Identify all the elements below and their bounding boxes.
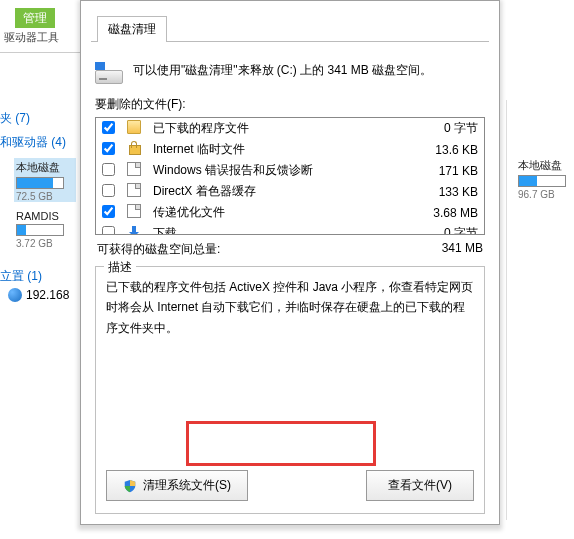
file-size: 133 KB	[402, 181, 484, 202]
drive-label: 本地磁盘	[16, 160, 74, 175]
file-checkbox[interactable]	[102, 163, 115, 176]
file-list-row[interactable]: 已下载的程序文件0 字节	[96, 118, 484, 139]
tab-disk-cleanup[interactable]: 磁盘清理	[97, 16, 167, 42]
network-location-item[interactable]: 192.168	[8, 288, 69, 302]
page-icon	[127, 162, 141, 176]
drive-item-ramdisk[interactable]: RAMDIS 3.72 GB	[16, 210, 76, 249]
drive-usage-bar	[16, 177, 64, 189]
file-size: 3.68 MB	[402, 202, 484, 223]
drive-usage-bar	[16, 224, 64, 236]
file-checkbox[interactable]	[102, 226, 115, 236]
file-name: Internet 临时文件	[147, 139, 402, 160]
ribbon-tab-manage[interactable]: 管理	[15, 8, 55, 28]
globe-icon	[8, 288, 22, 302]
file-name: DirectX 着色器缓存	[147, 181, 402, 202]
files-to-delete-label: 要删除的文件(F):	[95, 96, 485, 113]
drive-size: 96.7 GB	[518, 189, 572, 200]
dialog-body: 可以使用"磁盘清理"来释放 (C:) 上的 341 MB 磁盘空间。 要删除的文…	[81, 48, 499, 524]
page-icon	[127, 183, 141, 197]
ribbon-separator	[0, 52, 80, 53]
group-header-locations[interactable]: 立置 (1)	[0, 268, 42, 285]
description-text: 已下载的程序文件包括 ActiveX 控件和 Java 小程序，你查看特定网页时…	[106, 275, 474, 340]
button-row: 清理系统文件(S) 查看文件(V)	[106, 458, 474, 501]
total-value: 341 MB	[442, 241, 483, 258]
drive-item-local[interactable]: 本地磁盘 72.5 GB	[14, 158, 76, 202]
file-size: 13.6 KB	[402, 139, 484, 160]
drive-usage-bar	[518, 175, 566, 187]
shield-icon	[123, 479, 137, 493]
file-list-row[interactable]: 下载0 字节	[96, 223, 484, 235]
clean-system-files-button[interactable]: 清理系统文件(S)	[106, 470, 248, 501]
file-name: 已下载的程序文件	[147, 118, 402, 139]
info-text: 可以使用"磁盘清理"来释放 (C:) 上的 341 MB 磁盘空间。	[133, 62, 432, 79]
file-name: 传递优化文件	[147, 202, 402, 223]
description-fieldset: 描述 已下载的程序文件包括 ActiveX 控件和 Java 小程序，你查看特定…	[95, 266, 485, 514]
file-name: Windows 错误报告和反馈诊断	[147, 160, 402, 181]
description-legend: 描述	[104, 259, 136, 276]
drive-label: RAMDIS	[16, 210, 76, 222]
file-list-row[interactable]: DirectX 着色器缓存133 KB	[96, 181, 484, 202]
group-header-folders[interactable]: 夹 (7)	[0, 110, 30, 127]
network-label: 192.168	[26, 288, 69, 302]
total-row: 可获得的磁盘空间总量: 341 MB	[95, 235, 485, 262]
ribbon-subtitle: 驱动器工具	[0, 30, 80, 46]
disk-cleanup-dialog: 磁盘清理 可以使用"磁盘清理"来释放 (C:) 上的 341 MB 磁盘空间。 …	[80, 0, 500, 525]
files-list[interactable]: 已下载的程序文件0 字节Internet 临时文件13.6 KBWindows …	[95, 117, 485, 235]
drive-item-local-right[interactable]: 本地磁盘 96.7 GB	[518, 158, 572, 200]
lock-icon	[127, 141, 141, 155]
drive-size: 72.5 GB	[16, 191, 74, 202]
file-size: 0 字节	[402, 223, 484, 235]
dialog-tabs: 磁盘清理	[91, 15, 489, 42]
file-size: 0 字节	[402, 118, 484, 139]
view-files-button[interactable]: 查看文件(V)	[366, 470, 474, 501]
group-header-drives[interactable]: 和驱动器 (4)	[0, 134, 66, 151]
file-name: 下载	[147, 223, 402, 235]
file-checkbox[interactable]	[102, 184, 115, 197]
file-checkbox[interactable]	[102, 121, 115, 134]
info-row: 可以使用"磁盘清理"来释放 (C:) 上的 341 MB 磁盘空间。	[95, 56, 485, 94]
file-size: 171 KB	[402, 160, 484, 181]
drive-label: 本地磁盘	[518, 158, 572, 173]
file-list-row[interactable]: Internet 临时文件13.6 KB	[96, 139, 484, 160]
file-list-row[interactable]: 传递优化文件3.68 MB	[96, 202, 484, 223]
file-checkbox[interactable]	[102, 142, 115, 155]
dialog-titlebar: 磁盘清理	[81, 1, 499, 48]
file-list-row[interactable]: Windows 错误报告和反馈诊断171 KB	[96, 160, 484, 181]
dl-icon	[127, 225, 141, 235]
panel-divider	[506, 100, 507, 520]
file-checkbox[interactable]	[102, 205, 115, 218]
drive-size: 3.72 GB	[16, 238, 76, 249]
clean-button-label: 清理系统文件(S)	[143, 477, 231, 494]
folder-icon	[127, 120, 141, 134]
page-icon	[127, 204, 141, 218]
total-label: 可获得的磁盘空间总量:	[97, 241, 220, 258]
view-button-label: 查看文件(V)	[388, 477, 452, 494]
drive-icon	[95, 62, 123, 84]
